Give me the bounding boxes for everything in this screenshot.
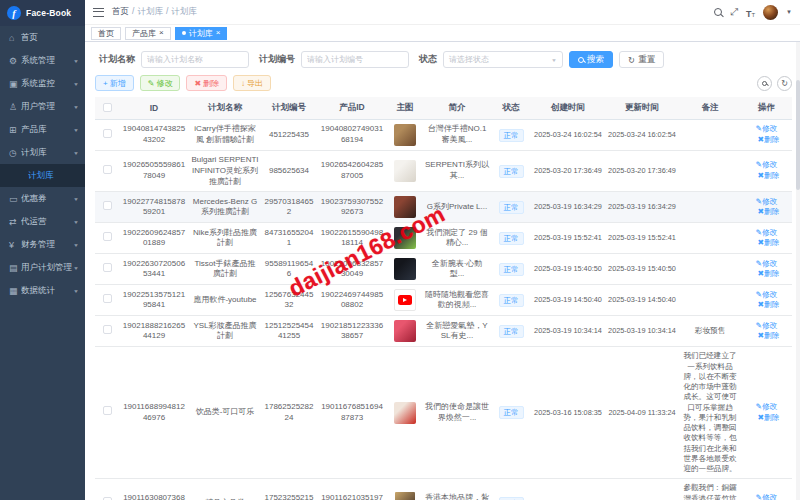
plan-code-input[interactable] — [301, 51, 409, 68]
chevron-down-icon[interactable]: ▼ — [786, 9, 792, 15]
row-checkbox[interactable] — [103, 129, 112, 138]
plan-no-cell: 1251252545441255 — [261, 316, 317, 347]
necklace-photo[interactable] — [394, 160, 416, 182]
sidebar-item-user-plan-manage[interactable]: ▤用户计划管理▼ — [0, 256, 85, 279]
youtube-logo[interactable] — [394, 289, 416, 311]
avatar[interactable] — [763, 5, 778, 20]
row-edit-link[interactable]: ✎修改 — [755, 228, 777, 237]
tab-label: 产品库 — [132, 28, 156, 39]
intro-cell: G系列Private L... — [423, 192, 491, 223]
breadcrumb-item[interactable]: 计划库 — [137, 6, 163, 18]
scrollbar-thumb[interactable] — [796, 80, 800, 190]
cola-can-photo[interactable] — [394, 402, 416, 424]
car-photo[interactable] — [394, 196, 416, 218]
search-icon[interactable] — [714, 8, 722, 16]
sidebar-item-plan-library-sub[interactable]: 计划库 — [0, 164, 85, 187]
scrollbar[interactable] — [796, 42, 800, 500]
gift-box-photo[interactable] — [394, 124, 416, 146]
row-checkbox[interactable] — [103, 232, 112, 241]
row-edit-link[interactable]: ✎修改 — [755, 124, 777, 133]
row-delete-link[interactable]: ✖删除 — [757, 238, 779, 247]
monitor-icon: ▣ — [9, 79, 21, 89]
id-cell: 1901163080736839681 — [119, 479, 189, 500]
search-button[interactable]: 搜索 — [569, 51, 613, 68]
status-select[interactable]: 请选择状态 ▼ — [443, 51, 563, 68]
row-edit-link[interactable]: ✎修改 — [755, 321, 777, 330]
remark-cell — [679, 254, 741, 285]
search-icon — [762, 81, 767, 86]
row-delete-link[interactable]: ✖删除 — [757, 413, 779, 422]
tab-计划库[interactable]: 计划库× — [175, 27, 228, 40]
export-button[interactable]: ↓导出 — [233, 75, 271, 91]
font-size-icon[interactable]: TT — [746, 4, 755, 20]
product-id-cell: 1902246974498508802 — [317, 285, 387, 316]
edit-button[interactable]: ✎修改 — [140, 75, 181, 91]
toggle-search-button[interactable] — [757, 76, 772, 91]
row-delete-link[interactable]: ✖删除 — [757, 171, 779, 180]
row-checkbox[interactable] — [103, 406, 112, 415]
row-edit-link[interactable]: ✎修改 — [755, 160, 777, 169]
breadcrumb-item[interactable]: 计划库 — [171, 6, 197, 18]
updated-time-cell: 2025-03-16 14:48:14 — [605, 479, 679, 500]
actions-cell: ✎修改✖删除 — [741, 479, 792, 500]
edit-icon: ✎ — [148, 79, 155, 88]
row-edit-link[interactable]: ✎修改 — [755, 290, 777, 299]
row-checkbox[interactable] — [103, 263, 112, 272]
sidebar-item-product-library[interactable]: ⊞产品库▼ — [0, 118, 85, 141]
tab-close-icon[interactable]: × — [216, 29, 221, 37]
sidebar-item-home[interactable]: ⌂首页 — [0, 26, 85, 49]
row-delete-link[interactable]: ✖删除 — [757, 135, 779, 144]
sidebar-item-system-manage[interactable]: ⚙系统管理▼ — [0, 49, 85, 72]
money-icon: ¥ — [9, 240, 21, 250]
row-checkbox[interactable] — [103, 201, 112, 210]
product-id-cell: 1902654260428587005 — [317, 151, 387, 192]
breadcrumb-item[interactable]: 首页 — [112, 6, 129, 18]
plan-name-input[interactable] — [141, 51, 249, 68]
row-edit-link[interactable]: ✎修改 — [755, 493, 777, 500]
fullscreen-icon[interactable]: ⤢ — [730, 7, 738, 17]
tab-产品库[interactable]: 产品库× — [125, 27, 171, 40]
reset-button[interactable]: ↻ 重置 — [619, 51, 664, 68]
row-delete-link[interactable]: ✖删除 — [757, 331, 779, 340]
created-time-cell: 2025-03-19 10:34:14 — [531, 316, 605, 347]
delete-button[interactable]: ✖删除 — [186, 75, 227, 91]
row-edit-link[interactable]: ✎修改 — [755, 259, 777, 268]
plan-no-cell: 295703184652 — [261, 192, 317, 223]
clock-icon: ◷ — [9, 148, 21, 158]
sidebar-toggle-icon[interactable] — [93, 8, 104, 17]
sidebar-item-system-monitor[interactable]: ▣系统监控▼ — [0, 72, 85, 95]
main-image-cell — [387, 479, 423, 500]
row-checkbox[interactable] — [103, 165, 112, 174]
row-checkbox[interactable] — [103, 325, 112, 334]
created-time-cell: 2025-03-20 17:36:49 — [531, 151, 605, 192]
row-checkbox[interactable] — [103, 294, 112, 303]
column-header: 创建时间 — [531, 97, 605, 120]
stationery-photos[interactable] — [389, 492, 421, 500]
sidebar-item-agent-operation[interactable]: ⇄代运营▼ — [0, 210, 85, 233]
status-label: 状态 — [419, 53, 437, 66]
sidebar-item-finance-manage[interactable]: ¥财务管理▼ — [0, 233, 85, 256]
plan-name-cell: Mercedes-Benz G系列推廣計劃 — [189, 192, 261, 223]
row-delete-link[interactable]: ✖删除 — [757, 207, 779, 216]
checkbox-cell — [95, 120, 119, 151]
watch-photo[interactable] — [394, 258, 416, 280]
sidebar-item-coupon[interactable]: ▭优惠券▼ — [0, 187, 85, 210]
select-all-checkbox[interactable] — [103, 103, 112, 112]
actions-cell: ✎修改✖删除 — [741, 347, 792, 479]
row-delete-link[interactable]: ✖删除 — [757, 269, 779, 278]
product-id-cell: 1904080274903168194 — [317, 120, 387, 151]
lips-photo[interactable] — [394, 320, 416, 342]
sidebar-item-plan-library[interactable]: ◷计划库▼ — [0, 141, 85, 164]
tab-首页[interactable]: 首页 — [91, 27, 121, 40]
row-edit-link[interactable]: ✎修改 — [755, 197, 777, 206]
row-delete-link[interactable]: ✖删除 — [757, 300, 779, 309]
sneaker-photo[interactable] — [394, 227, 416, 249]
updated-time-cell: 2025-03-20 17:36:49 — [605, 151, 679, 192]
sidebar-item-user-manage[interactable]: ♙用户管理▼ — [0, 95, 85, 118]
sidebar-item-data-statistics[interactable]: ▦数据统计▼ — [0, 279, 85, 302]
row-edit-link[interactable]: ✎修改 — [755, 402, 777, 411]
tab-close-icon[interactable]: × — [159, 29, 164, 37]
refresh-button[interactable]: ↻ — [777, 76, 792, 91]
status-badge: 正常 — [499, 325, 524, 338]
add-button[interactable]: +新增 — [95, 75, 134, 91]
